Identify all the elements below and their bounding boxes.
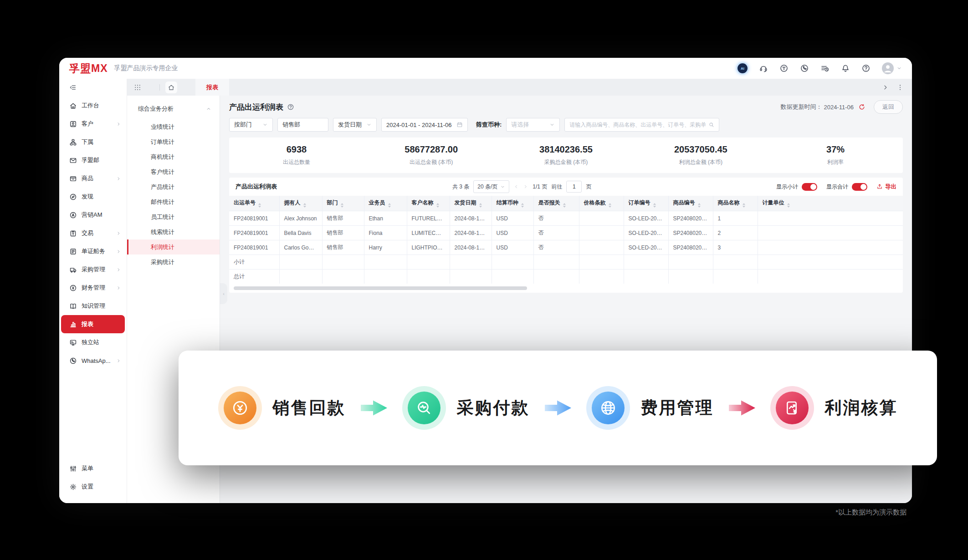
sort-icon[interactable] (698, 203, 701, 208)
grandtotal-toggle[interactable]: 显示合计 (826, 183, 867, 191)
panel-item[interactable]: 商机统计 (127, 149, 220, 164)
sidebar-item[interactable]: 设置 (61, 478, 125, 496)
sidebar-item[interactable]: 下属 (61, 133, 125, 151)
page-size-select[interactable]: 20 条/页 (473, 180, 509, 193)
panel-item[interactable]: 邮件统计 (127, 194, 220, 209)
panel-item[interactable]: 利润统计 (127, 239, 220, 255)
refresh-icon[interactable] (858, 103, 866, 111)
tabstrip-actions (882, 84, 912, 91)
sidebar-item[interactable]: 商品 (61, 169, 125, 188)
column-header[interactable]: 拥有人 (279, 196, 322, 211)
panel-collapse-handle[interactable]: ‹ (220, 283, 227, 304)
panel-item[interactable]: 线索统计 (127, 224, 220, 239)
dept-type-select[interactable]: 按部门 (229, 118, 273, 132)
panel-item[interactable]: 订单统计 (127, 134, 220, 149)
export-button[interactable]: 导出 (876, 183, 896, 191)
sidebar-item[interactable]: 交易 (61, 224, 125, 242)
sort-icon[interactable] (341, 203, 343, 208)
sidebar-item[interactable]: 孚盟邮 (61, 151, 125, 169)
sidebar-item[interactable]: 客户 (61, 115, 125, 133)
tab-reports[interactable]: 报表 (195, 79, 229, 96)
date-range-picker[interactable]: 2024-01-01 - 2024-11-06 (381, 118, 468, 132)
sidebar-item[interactable]: 报表 (61, 315, 125, 333)
column-header[interactable]: 出运单号 (229, 196, 279, 211)
currency-select[interactable]: 请选择 (506, 118, 560, 132)
sort-icon[interactable] (787, 203, 790, 208)
translate-icon[interactable] (779, 64, 789, 73)
column-header[interactable]: 订单编号 (624, 196, 668, 211)
sort-icon[interactable] (653, 203, 656, 208)
sort-icon[interactable] (479, 203, 482, 208)
sidebar-item[interactable]: 菜单 (61, 459, 125, 478)
sidebar-item[interactable]: 工作台 (61, 97, 125, 115)
knowledge-icon (69, 302, 77, 310)
date-type-select[interactable]: 发货日期 (333, 118, 377, 132)
sort-icon[interactable] (521, 203, 524, 208)
column-header[interactable]: 结算币种 (492, 196, 533, 211)
department-input[interactable] (277, 118, 328, 132)
headset-icon[interactable] (759, 64, 768, 73)
back-chevron-icon[interactable] (147, 84, 154, 91)
chevron-down-icon (896, 66, 902, 71)
column-header[interactable]: 发货日期 (450, 196, 492, 211)
toggle-switch[interactable] (802, 183, 817, 191)
sidebar-item[interactable]: 营销AM (61, 206, 125, 224)
column-header[interactable]: 价格条款 (579, 196, 624, 211)
more-menu-icon[interactable] (896, 84, 904, 91)
sidebar-item[interactable]: 财务管理 (61, 279, 125, 297)
column-header[interactable]: 部门 (322, 196, 364, 211)
column-header[interactable]: 客户名称 (407, 196, 450, 211)
next-page-icon[interactable] (523, 184, 528, 189)
goto-page-input[interactable] (566, 181, 582, 193)
sidebar-item[interactable]: 单证船务 (61, 242, 125, 260)
grid-menu-icon[interactable] (134, 84, 141, 91)
panel-group-header[interactable]: 综合业务分析 (127, 102, 220, 116)
panel-item[interactable]: 员工统计 (127, 209, 220, 224)
panel-item[interactable]: 客户统计 (127, 164, 220, 179)
panel-item[interactable]: 业绩统计 (127, 119, 220, 134)
sort-icon[interactable] (436, 203, 439, 208)
sidebar-item[interactable]: 采购管理 (61, 260, 125, 279)
column-header[interactable]: 计量单位 (758, 196, 903, 211)
prev-page-icon[interactable] (513, 184, 519, 189)
column-header[interactable]: 业务员 (364, 196, 407, 211)
sort-icon[interactable] (609, 203, 611, 208)
search-box[interactable]: 请输入商品编号、商品名称、出运单号、订单号、采购单号 (564, 118, 719, 132)
horizontal-scrollbar[interactable] (233, 286, 899, 290)
sidebar-item[interactable]: 发现 (61, 188, 125, 206)
whatsapp-icon[interactable] (800, 64, 809, 73)
column-header[interactable]: 商品编号 (668, 196, 713, 211)
panel-item[interactable]: 采购统计 (127, 255, 220, 270)
scrollbar-thumb[interactable] (234, 286, 527, 290)
sort-icon[interactable] (303, 203, 306, 208)
sidebar-collapse[interactable] (59, 79, 127, 96)
sidebar-item[interactable]: 独立站 (61, 333, 125, 351)
stat-cell: 38140236.55采购总金额 (本币) (499, 144, 634, 166)
topbar-icons: AI (738, 62, 902, 74)
stat-cell: 6938出运总数量 (229, 144, 364, 166)
table-card: 产品出运利润表 共 3 条 20 条/页 1/1 页 前往 页 (229, 178, 903, 293)
sort-icon[interactable] (258, 203, 261, 208)
notification-bell-icon[interactable] (841, 64, 850, 73)
table-cell (492, 255, 533, 270)
help-icon[interactable] (287, 103, 294, 111)
history-icon[interactable] (820, 64, 830, 73)
column-header-label: 出运单号 (234, 199, 256, 206)
subtotal-toggle[interactable]: 显示小计 (776, 183, 817, 191)
toggle-switch[interactable] (852, 183, 867, 191)
column-header[interactable]: 是否报关 (533, 196, 579, 211)
sort-icon[interactable] (563, 203, 566, 208)
help-icon[interactable] (861, 64, 871, 73)
user-menu[interactable] (882, 62, 902, 74)
column-header[interactable]: 商品名称 (713, 196, 758, 211)
step-ring (770, 386, 814, 430)
sort-icon[interactable] (743, 203, 745, 208)
home-button[interactable] (165, 81, 177, 93)
sidebar-item[interactable]: 知识管理 (61, 297, 125, 315)
panel-item[interactable]: 产品统计 (127, 179, 220, 194)
sidebar-item[interactable]: WhatsAp... (61, 351, 125, 370)
chevron-right-icon[interactable] (882, 84, 889, 91)
back-button[interactable]: 返回 (874, 100, 903, 114)
ai-assistant-icon[interactable]: AI (738, 63, 748, 73)
sort-icon[interactable] (388, 203, 391, 208)
